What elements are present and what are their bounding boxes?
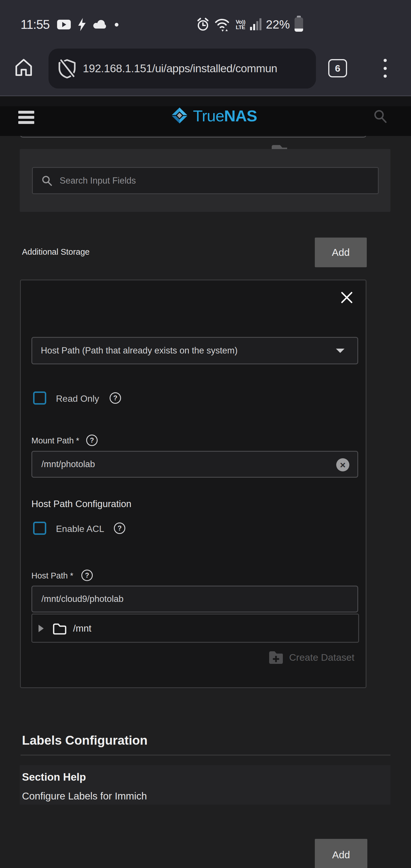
add-storage-button-label: Add	[332, 247, 350, 258]
chrome-divider	[0, 95, 411, 96]
enable-acl-label: Enable ACL	[56, 524, 104, 534]
host-path-label: Host Path *	[31, 571, 73, 581]
truenas-logo-icon	[170, 107, 189, 124]
truenas-logo-text: TrueNAS	[193, 106, 257, 125]
phone-screen: 11:55 Vo)) LTE	[0, 0, 411, 868]
notification-dot-icon	[115, 23, 119, 27]
labels-configuration-title: Labels Configuration	[22, 733, 148, 747]
search-icon	[41, 175, 53, 186]
section-help-text: Configure Labels for Immich	[22, 790, 147, 802]
chevron-down-icon	[336, 349, 345, 353]
read-only-checkbox[interactable]	[33, 392, 46, 405]
type-select-value: Host Path (Path that already exists on t…	[41, 338, 238, 364]
signal-strength-icon	[250, 19, 261, 30]
clock-text: 11:55	[21, 18, 50, 32]
volte-bottom-text: LTE	[236, 25, 246, 30]
tree-root-item[interactable]: /mnt	[73, 615, 91, 643]
clear-glyph: ×	[340, 460, 346, 470]
enable-acl-help-icon[interactable]: ?	[114, 523, 125, 534]
volte-icon: Vo)) LTE	[236, 19, 246, 30]
help-glyph: ?	[113, 394, 118, 402]
tab-count: 6	[335, 63, 341, 74]
storage-item-card: Type * ? Host Path (Path that already ex…	[20, 280, 367, 688]
search-input[interactable]	[59, 175, 360, 186]
host-path-field[interactable]	[31, 586, 358, 613]
host-path-config-title: Host Path Configuration	[31, 499, 131, 509]
add-label-button[interactable]: Add	[315, 839, 367, 868]
url-text[interactable]: 192.168.1.151/ui/apps/installed/commun	[83, 62, 294, 75]
global-search-icon[interactable]	[373, 109, 388, 123]
section-divider	[21, 755, 390, 755]
mount-path-input[interactable]	[41, 452, 326, 477]
cloud-icon	[93, 20, 107, 29]
host-path-input[interactable]	[41, 586, 343, 612]
youtube-notification-icon	[57, 20, 71, 29]
create-dataset-label: Create Dataset	[289, 652, 354, 663]
tree-expander-icon[interactable]	[38, 625, 44, 632]
read-only-label: Read Only	[56, 394, 99, 404]
charging-bolt-icon	[78, 18, 86, 31]
search-input-wrapper[interactable]	[32, 167, 379, 194]
help-glyph: ?	[118, 524, 122, 532]
menu-hamburger-button[interactable]	[18, 111, 34, 124]
mount-path-label: Mount Path *	[31, 436, 80, 445]
status-bar-left: 11:55	[21, 17, 119, 33]
brand-true: True	[193, 107, 224, 125]
search-fields-panel	[20, 149, 390, 212]
clear-input-icon[interactable]: ×	[336, 458, 349, 471]
folder-icon	[52, 622, 67, 636]
home-icon[interactable]	[14, 57, 34, 78]
page-top-strip	[0, 96, 411, 106]
add-storage-button[interactable]: Add	[315, 238, 367, 267]
section-help-title: Section Help	[22, 771, 86, 783]
enable-acl-checkbox[interactable]	[33, 522, 46, 535]
browser-menu-button[interactable]	[384, 59, 387, 78]
battery-percent-text: 22%	[266, 18, 290, 31]
alarm-icon	[196, 17, 210, 32]
address-bar[interactable]: 192.168.1.151/ui/apps/installed/commun	[49, 49, 316, 89]
add-label-button-label: Add	[332, 849, 350, 861]
dataset-tree: /mnt	[31, 614, 359, 643]
type-select[interactable]: Host Path (Path that already exists on t…	[31, 337, 358, 364]
status-bar-right: Vo)) LTE 22%	[196, 16, 303, 33]
wifi-icon	[214, 17, 231, 32]
additional-storage-label: Additional Storage	[22, 247, 90, 257]
brand-nas: NAS	[224, 107, 257, 125]
create-dataset-button[interactable]: Create Dataset	[268, 650, 354, 665]
read-only-help-icon[interactable]: ?	[109, 392, 121, 404]
mount-path-help-icon[interactable]: ?	[86, 435, 98, 446]
url-fade	[282, 49, 316, 89]
folder-partial-icon	[271, 144, 288, 149]
help-glyph: ?	[90, 436, 94, 444]
help-glyph: ?	[85, 571, 89, 579]
close-icon[interactable]	[340, 291, 353, 304]
tab-switcher-button[interactable]: 6	[328, 59, 347, 78]
folder-plus-icon	[268, 650, 284, 665]
section-help-panel: Section Help Configure Labels for Immich	[20, 765, 390, 805]
battery-icon	[294, 18, 303, 32]
mount-path-field[interactable]: ×	[31, 451, 358, 478]
shield-slash-icon	[57, 58, 77, 79]
host-path-help-icon[interactable]: ?	[81, 569, 93, 581]
truenas-logo: TrueNAS	[170, 107, 257, 124]
volte-top-text: Vo))	[236, 19, 246, 25]
